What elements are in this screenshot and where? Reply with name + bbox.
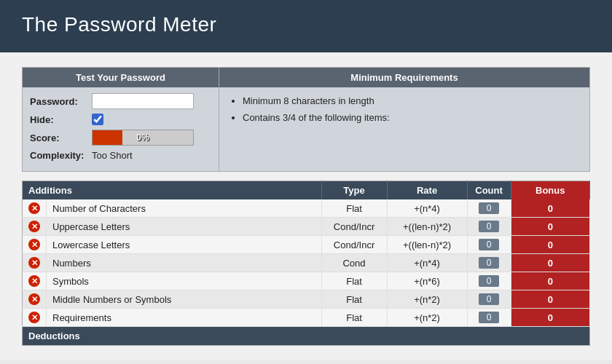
row-name: Middle Numbers or Symbols [47,290,322,309]
bonus-value: 0 [548,240,553,250]
complexity-label: Complexity: [30,150,92,161]
row-bonus: 0 [511,218,589,236]
x-icon: ✕ [28,257,40,269]
row-bonus: 0 [511,272,589,290]
req-item-1: Minimum 8 characters in length [243,93,578,109]
row-rate: +(n*4) [387,254,467,272]
table-row: ✕ Middle Numbers or Symbols Flat +(n*2) … [23,290,590,309]
row-rate: +(n*6) [387,272,467,290]
bonus-value: 0 [548,276,553,287]
additions-table: Additions Type Rate Count Bonus ✕ Number… [22,181,590,346]
table-row: ✕ Numbers Cond +(n*4) 0 0 [23,254,590,272]
count-value: 0 [479,202,499,214]
row-status-icon: ✕ [23,272,47,290]
header: The Password Meter [0,0,612,52]
row-status-icon: ✕ [23,218,47,236]
row-type: Flat [321,309,387,327]
row-name: Lowercase Letters [47,236,322,254]
score-value: 0% [136,132,149,143]
row-count: 0 [467,272,511,290]
table-row: ✕ Requirements Flat +(n*2) 0 0 [23,309,590,327]
hide-checkbox[interactable] [92,114,103,125]
x-icon: ✕ [28,239,40,250]
row-type: Cond/Incr [321,218,387,236]
col-header-rate: Rate [387,181,467,200]
password-label: Password: [30,96,92,107]
x-icon: ✕ [28,312,40,323]
table-header-row: Additions Type Rate Count Bonus [23,181,590,200]
row-status-icon: ✕ [23,236,47,254]
row-status-icon: ✕ [23,199,47,218]
hide-label: Hide: [30,114,92,125]
row-count: 0 [467,254,511,272]
score-bar-fill [93,130,122,145]
requirements-panel-body: Minimum 8 characters in length Contains … [219,87,589,132]
table-row: ✕ Lowercase Letters Cond/Incr +((len-n)*… [23,236,590,254]
test-panel: Test Your Password Password: Hide: Score… [23,68,219,171]
row-count: 0 [467,309,511,327]
col-header-type: Type [321,181,387,200]
req-item-2: Contains 3/4 of the following items: [243,110,578,126]
password-row: Password: [30,93,211,109]
row-count: 0 [467,199,511,218]
row-rate: +(n*2) [387,290,467,309]
bonus-value: 0 [548,312,553,323]
row-type: Cond [321,254,387,272]
deductions-label: Deductions [23,327,590,346]
row-type: Flat [321,272,387,290]
row-count: 0 [467,218,511,236]
requirements-list: Minimum 8 characters in length Contains … [231,93,578,126]
complexity-row: Complexity: Too Short [30,150,211,161]
count-value: 0 [479,257,499,269]
row-bonus: 0 [511,199,589,218]
row-rate: +(n*4) [387,199,467,218]
row-status-icon: ✕ [23,254,47,272]
bonus-value: 0 [548,221,553,232]
table-row: ✕ Uppercase Letters Cond/Incr +((len-n)*… [23,218,590,236]
test-panel-body: Password: Hide: Score: 0% Complexity: [23,87,219,171]
test-panel-header: Test Your Password [23,68,219,87]
row-type: Flat [321,199,387,218]
score-bar: 0% [92,130,194,146]
row-name: Numbers [47,254,322,272]
row-count: 0 [467,290,511,309]
score-row: Score: 0% [30,130,211,146]
count-value: 0 [479,312,499,323]
x-icon: ✕ [28,293,40,305]
hide-row: Hide: [30,114,211,125]
row-count: 0 [467,236,511,254]
table-row: ✕ Symbols Flat +(n*6) 0 0 [23,272,590,290]
page-title: The Password Meter [22,13,590,36]
row-type: Flat [321,290,387,309]
complexity-value: Too Short [92,150,133,161]
bonus-value: 0 [548,258,553,269]
row-name: Number of Characters [47,199,322,218]
row-bonus: 0 [511,236,589,254]
row-type: Cond/Incr [321,236,387,254]
row-rate: +((len-n)*2) [387,236,467,254]
additions-tbody: ✕ Number of Characters Flat +(n*4) 0 0 ✕… [23,199,590,327]
x-icon: ✕ [28,275,40,287]
row-bonus: 0 [511,290,589,309]
count-value: 0 [479,221,499,232]
x-icon: ✕ [28,202,40,214]
count-value: 0 [479,293,499,305]
top-section: Test Your Password Password: Hide: Score… [22,67,590,172]
score-label: Score: [30,132,92,143]
bonus-value: 0 [548,203,553,214]
row-rate: +((len-n)*2) [387,218,467,236]
requirements-panel-header: Minimum Requirements [219,68,589,87]
requirements-panel: Minimum Requirements Minimum 8 character… [219,68,589,171]
bonus-value: 0 [548,294,553,305]
password-input[interactable] [92,93,194,109]
col-header-count: Count [467,181,511,200]
row-bonus: 0 [511,309,589,327]
col-header-additions: Additions [23,181,322,200]
row-status-icon: ✕ [23,309,47,327]
row-bonus: 0 [511,254,589,272]
row-name: Symbols [47,272,322,290]
count-value: 0 [479,239,499,250]
count-value: 0 [479,275,499,287]
row-name: Requirements [47,309,322,327]
deductions-header-row: Deductions [23,327,590,346]
